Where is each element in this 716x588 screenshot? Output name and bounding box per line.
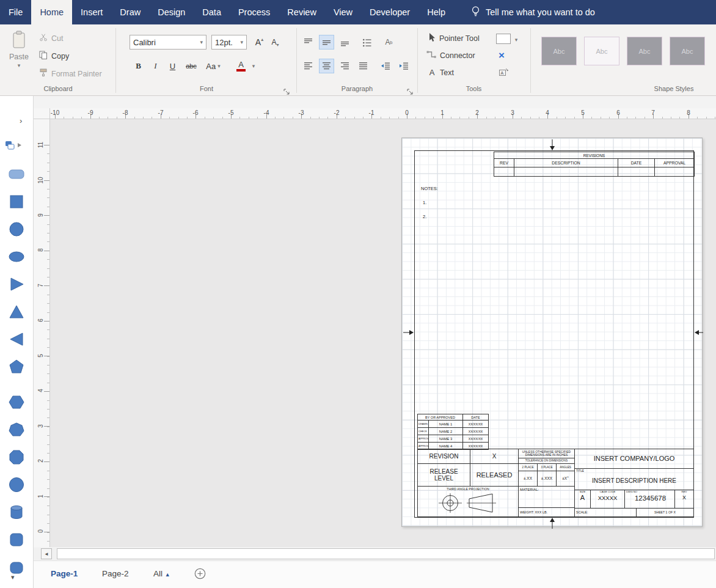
ruler-number: 2: [475, 109, 479, 116]
font-family-select[interactable]: Calibri ▾: [130, 35, 206, 50]
approvals-table[interactable]: BY OR APPROVED DATE DRAWN NAME 1 XX/XX/X…: [417, 414, 489, 450]
titleblock-revision-label: REVISION: [417, 449, 470, 464]
tab-help[interactable]: Help: [418, 0, 454, 24]
notes-label[interactable]: NOTES:: [421, 186, 438, 191]
drawing-tool-dropdown[interactable]: ▾: [512, 32, 521, 47]
approval-name: NAME 2: [429, 428, 463, 435]
stencil-shape-left-triangle[interactable]: [8, 331, 25, 348]
stencil-shape-hexagon[interactable]: [8, 394, 25, 411]
expand-shapes-panel-chevron-icon[interactable]: ›: [20, 116, 22, 125]
note-item-1[interactable]: 1.: [423, 200, 426, 205]
text-block-tool-icon[interactable]: A: [499, 68, 508, 79]
drawing-canvas[interactable]: REVISIONS REV DESCRIPTION DATE APPROVAL …: [50, 119, 716, 547]
decrease-indent-button[interactable]: [378, 59, 393, 73]
paragraph-group-label: Paragraph: [297, 85, 417, 92]
stencil-shape-rounded-rectangle[interactable]: [8, 166, 25, 183]
align-center-button[interactable]: [319, 59, 334, 73]
shape-style-option-3[interactable]: Abc: [627, 37, 662, 65]
drawing-tool-swatch[interactable]: [496, 34, 511, 44]
stencil-shape-pentagon[interactable]: [8, 358, 25, 375]
insert-page-button[interactable]: [194, 568, 206, 581]
font-color-button[interactable]: A: [233, 59, 249, 73]
ribbon: Paste ▾ Cut Copy Format Painter Clipboar…: [0, 24, 716, 96]
font-family-value: Calibri: [133, 38, 156, 47]
stencil-shape-cylinder[interactable]: [8, 504, 25, 521]
copy-button[interactable]: Copy: [39, 51, 69, 62]
bullets-button[interactable]: [359, 35, 374, 50]
lightbulb-icon: [471, 6, 480, 20]
connector-tool-button[interactable]: Connector: [426, 50, 475, 61]
tab-view[interactable]: View: [325, 0, 361, 24]
tab-review[interactable]: Review: [279, 0, 325, 24]
all-pages-button[interactable]: All ▲: [153, 569, 170, 578]
shape-style-option-4[interactable]: Abc: [670, 37, 705, 65]
group-divider: [115, 28, 116, 93]
format-painter-button[interactable]: Format Painter: [39, 68, 102, 79]
revisions-table[interactable]: REVISIONS REV DESCRIPTION DATE APPROVAL: [494, 152, 695, 177]
pointer-tool-button[interactable]: Pointer Tool: [428, 32, 480, 44]
stencil-shape-nonagon[interactable]: [8, 476, 25, 493]
approval-date: XX/XX/XX: [463, 435, 489, 443]
shape-style-option-1[interactable]: Abc: [541, 37, 577, 65]
note-item-2[interactable]: 2.: [423, 214, 426, 219]
tell-me-box[interactable]: Tell me what you want to do: [471, 0, 595, 24]
align-left-button[interactable]: [301, 59, 316, 73]
stencil-shape-square[interactable]: [8, 193, 25, 210]
ruler-number: -5: [228, 109, 234, 116]
tab-design[interactable]: Design: [149, 0, 194, 24]
connection-point-tool-button[interactable]: ×: [499, 50, 505, 62]
align-top-button[interactable]: [301, 35, 316, 50]
align-middle-button[interactable]: [319, 35, 334, 50]
italic-button[interactable]: I: [148, 59, 163, 73]
stencil-shape-ellipse[interactable]: [8, 248, 25, 265]
paste-button[interactable]: Paste ▾: [5, 31, 33, 81]
stencil-shape-heptagon[interactable]: [8, 421, 25, 438]
bold-button[interactable]: B: [131, 59, 146, 73]
cut-button[interactable]: Cut: [39, 33, 63, 43]
titleblock-title-cell: TITLE INSERT DESCRIPTION HERE: [574, 468, 694, 490]
font-size-select[interactable]: 12pt. ▾: [211, 35, 247, 50]
more-shapes-stencil-icon[interactable]: [5, 140, 23, 153]
underline-button[interactable]: U: [165, 59, 180, 73]
font-color-dropdown[interactable]: ▾: [249, 59, 258, 73]
stencil-shape-rounded-square[interactable]: [8, 531, 25, 548]
stencil-shape-circle[interactable]: [8, 221, 25, 238]
drawing-page[interactable]: REVISIONS REV DESCRIPTION DATE APPROVAL …: [401, 138, 703, 527]
ruler-number: 1: [37, 489, 45, 504]
center-mark-top-arrow-icon: [549, 139, 555, 151]
tab-file[interactable]: File: [0, 0, 31, 24]
increase-indent-button[interactable]: [396, 59, 411, 73]
change-case-button[interactable]: Aa▾: [203, 59, 224, 73]
page-tab-page-1[interactable]: Page-1: [51, 569, 78, 578]
ruler-number: 0: [405, 109, 409, 116]
stencil-shape-octagon[interactable]: [8, 449, 25, 466]
scroll-shapes-down-chevron-icon[interactable]: ▾: [11, 573, 15, 581]
shape-style-option-2[interactable]: Abc: [584, 37, 619, 65]
shrink-font-button[interactable]: A▾: [268, 35, 283, 50]
justify-button[interactable]: [356, 59, 371, 73]
ruler-number: 7: [37, 278, 45, 293]
format-painter-icon: [39, 68, 48, 79]
tab-draw[interactable]: Draw: [111, 0, 149, 24]
title-block[interactable]: REVISION X UNLESS OTHERWISE SPECIFIED DI…: [417, 449, 694, 517]
stencil-shape-triangle[interactable]: [8, 303, 25, 320]
page-tab-page-2[interactable]: Page-2: [102, 569, 129, 578]
text-tool-button[interactable]: A Text: [428, 68, 454, 77]
stencil-shape-right-triangle[interactable]: [8, 276, 25, 293]
tab-developer[interactable]: Developer: [361, 0, 418, 24]
paragraph-spacing-icon[interactable]: Ab: [381, 35, 396, 50]
strikethrough-button[interactable]: abc: [182, 59, 200, 73]
scrollbar-thumb[interactable]: [57, 548, 715, 559]
clipboard-group-label: Clipboard: [0, 85, 116, 92]
align-right-button[interactable]: [337, 59, 353, 73]
tab-home[interactable]: Home: [31, 0, 72, 24]
tab-process[interactable]: Process: [230, 0, 279, 24]
revisions-empty-cell: [514, 167, 618, 177]
page-tab-bar: Page-1 Page-2 All ▲: [34, 560, 716, 588]
center-mark-bottom-arrow-icon: [549, 517, 555, 529]
align-bottom-button[interactable]: [337, 35, 353, 50]
scroll-left-button[interactable]: ◄: [41, 548, 52, 559]
grow-font-button[interactable]: A▴: [252, 35, 267, 50]
tab-data[interactable]: Data: [194, 0, 230, 24]
tab-insert[interactable]: Insert: [72, 0, 111, 24]
